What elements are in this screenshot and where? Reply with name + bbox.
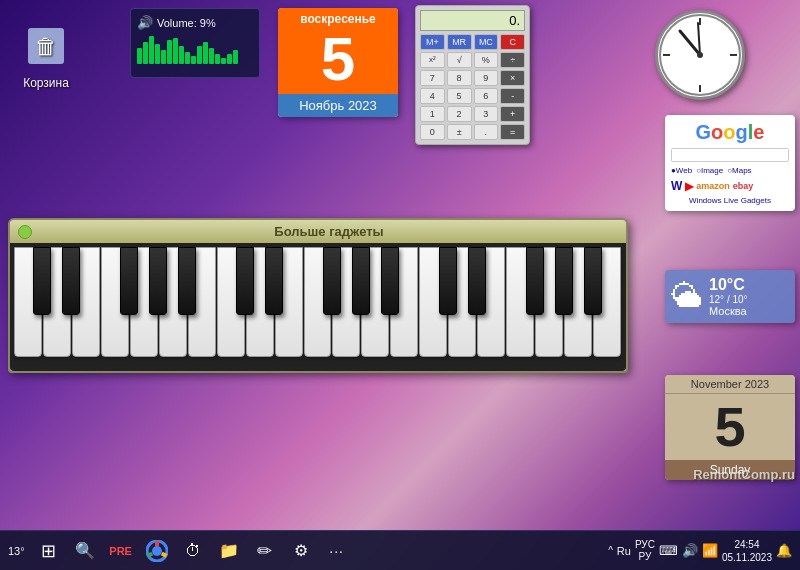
weather-info: 10°C 12° / 10° Москва bbox=[709, 276, 789, 317]
piano-black-key[interactable] bbox=[149, 247, 167, 315]
calc-btn-mc[interactable]: MC bbox=[474, 34, 499, 50]
piano-black-key[interactable] bbox=[236, 247, 254, 315]
desktop: 🗑 Корзина 🔊 Volume: 9% bbox=[0, 0, 800, 530]
tray-lang-ru[interactable]: Ru bbox=[617, 545, 631, 557]
calculator-widget: 0. M+ MR MC C x² √ % ÷ 7 8 9 × 4 5 6 - 1… bbox=[415, 5, 530, 145]
pen-button[interactable]: ✏ bbox=[249, 535, 281, 567]
search-button[interactable]: 🔍 bbox=[69, 535, 101, 567]
tab-web[interactable]: ●Web bbox=[671, 166, 692, 175]
piano-black-key[interactable] bbox=[584, 247, 602, 315]
calc-btn-6[interactable]: 6 bbox=[474, 88, 499, 104]
bar bbox=[221, 58, 226, 64]
tray-wifi-icon[interactable]: 📶 bbox=[702, 543, 718, 558]
google-link-wiki[interactable]: W bbox=[671, 179, 682, 193]
watermark: RemontComp.ru bbox=[693, 467, 795, 482]
bar bbox=[173, 38, 178, 64]
calc-btn-c[interactable]: C bbox=[500, 34, 525, 50]
calc-btn-percent[interactable]: % bbox=[474, 52, 499, 68]
calc-btn-5[interactable]: 5 bbox=[447, 88, 472, 104]
piano-black-key[interactable] bbox=[62, 247, 80, 315]
google-link-ebay[interactable]: ebay bbox=[733, 181, 754, 191]
piano-black-key[interactable] bbox=[323, 247, 341, 315]
calc-btn-x2[interactable]: x² bbox=[420, 52, 445, 68]
tray-lang-rus: РУС bbox=[635, 539, 655, 551]
piano-black-key[interactable] bbox=[33, 247, 51, 315]
calendar-ru-widget: воскресенье 5 Ноябрь 2023 bbox=[278, 8, 398, 117]
piano-black-key[interactable] bbox=[468, 247, 486, 315]
timer-button[interactable]: ⏱ bbox=[177, 535, 209, 567]
windows-button[interactable]: ⊞ bbox=[33, 535, 65, 567]
bar bbox=[191, 56, 196, 64]
calendar-en-month: November 2023 bbox=[665, 375, 795, 394]
piano-black-key[interactable] bbox=[120, 247, 138, 315]
folder-button[interactable]: 📁 bbox=[213, 535, 245, 567]
piano-black-key[interactable] bbox=[178, 247, 196, 315]
settings-button[interactable]: ⚙ bbox=[285, 535, 317, 567]
piano-black-key[interactable] bbox=[265, 247, 283, 315]
more-button[interactable]: ··· bbox=[321, 535, 353, 567]
calc-btn-sqrt[interactable]: √ bbox=[447, 52, 472, 68]
google-o2: o bbox=[723, 121, 735, 143]
tray-chevron[interactable]: ^ bbox=[608, 545, 613, 556]
bar bbox=[161, 50, 166, 64]
chrome-button[interactable] bbox=[141, 535, 173, 567]
clock-face bbox=[655, 10, 745, 100]
piano-black-key[interactable] bbox=[555, 247, 573, 315]
calc-btn-8[interactable]: 8 bbox=[447, 70, 472, 86]
bar bbox=[149, 36, 154, 64]
piano-black-key[interactable] bbox=[381, 247, 399, 315]
bar bbox=[137, 48, 142, 64]
recycle-bin-label: Корзина bbox=[23, 76, 69, 90]
piano-black-key[interactable] bbox=[352, 247, 370, 315]
calc-btn-2[interactable]: 2 bbox=[447, 106, 472, 122]
calc-btn-minus[interactable]: - bbox=[500, 88, 525, 104]
calc-btn-equals[interactable]: = bbox=[500, 124, 525, 140]
volume-header: 🔊 Volume: 9% bbox=[137, 15, 253, 30]
calc-btn-9[interactable]: 9 bbox=[474, 70, 499, 86]
calc-btn-7[interactable]: 7 bbox=[420, 70, 445, 86]
calc-btn-mul[interactable]: × bbox=[500, 70, 525, 86]
calc-btn-m+[interactable]: M+ bbox=[420, 34, 445, 50]
taskbar-date: 05.11.2023 bbox=[722, 551, 772, 564]
calc-btn-plus[interactable]: + bbox=[500, 106, 525, 122]
piano-keys bbox=[14, 247, 622, 367]
recycle-bin-icon[interactable]: 🗑 Корзина bbox=[20, 20, 72, 90]
calc-btn-div[interactable]: ÷ bbox=[500, 52, 525, 68]
calc-btn-mr[interactable]: MR bbox=[447, 34, 472, 50]
bar bbox=[209, 48, 214, 64]
tray-notification-icon[interactable]: 🔔 bbox=[776, 543, 792, 558]
weather-widget: 🌥 10°C 12° / 10° Москва bbox=[665, 270, 795, 323]
calc-btn-3[interactable]: 3 bbox=[474, 106, 499, 122]
tab-maps[interactable]: ○Maps bbox=[727, 166, 751, 175]
pre-button[interactable]: PRE bbox=[105, 535, 137, 567]
bar bbox=[155, 44, 160, 64]
calc-btn-1[interactable]: 1 bbox=[420, 106, 445, 122]
calc-btn-0[interactable]: 0 bbox=[420, 124, 445, 140]
google-link-amazon[interactable]: amazon bbox=[696, 181, 730, 191]
tray-lang-block[interactable]: РУС РУ bbox=[635, 539, 655, 563]
weather-temp: 10°C bbox=[709, 276, 789, 294]
google-logo: Google bbox=[671, 121, 789, 144]
taskbar-time: 24:54 bbox=[734, 538, 759, 551]
bar bbox=[167, 40, 172, 64]
piano-keys-container bbox=[10, 243, 626, 371]
piano-black-key[interactable] bbox=[439, 247, 457, 315]
calc-buttons: M+ MR MC C x² √ % ÷ 7 8 9 × 4 5 6 - 1 2 … bbox=[420, 34, 525, 140]
google-link-youtube[interactable]: ▶ bbox=[685, 180, 693, 193]
svg-text:🗑: 🗑 bbox=[35, 34, 57, 59]
piano-black-key[interactable] bbox=[526, 247, 544, 315]
tray-volume-icon[interactable]: 🔊 bbox=[682, 543, 698, 558]
volume-bars bbox=[137, 34, 253, 64]
calc-btn-plusminus[interactable]: ± bbox=[447, 124, 472, 140]
bar bbox=[233, 50, 238, 64]
calc-btn-dot[interactable]: . bbox=[474, 124, 499, 140]
tab-image[interactable]: ○Image bbox=[696, 166, 723, 175]
calc-btn-4[interactable]: 4 bbox=[420, 88, 445, 104]
google-search-bar[interactable]: ▶ bbox=[671, 148, 789, 162]
google-footer: Windows Live Gadgets bbox=[671, 196, 789, 205]
svg-point-9 bbox=[697, 52, 703, 58]
piano-close-button[interactable] bbox=[18, 225, 32, 239]
google-search-input[interactable] bbox=[672, 149, 789, 161]
tray-keyboard-icon[interactable]: ⌨ bbox=[659, 543, 678, 558]
google-widget: Google ▶ ●Web ○Image ○Maps W ▶ amazon eb… bbox=[665, 115, 795, 211]
